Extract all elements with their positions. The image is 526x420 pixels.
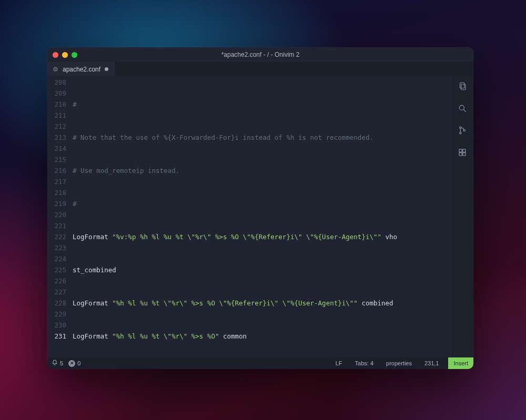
code-line: LogFormat: [73, 231, 112, 242]
code-line: # Note that the use of %{X-Forwarded-For…: [73, 132, 373, 143]
code-line: st_combined: [73, 264, 116, 275]
code-line: LogFormat: [73, 331, 112, 342]
notifications-button[interactable]: 5: [52, 360, 63, 367]
status-eol[interactable]: LF: [332, 360, 346, 366]
tab-apache2[interactable]: ⚙ apache2.conf: [47, 62, 115, 76]
notifications-count: 5: [60, 360, 63, 366]
svg-rect-7: [459, 149, 462, 152]
svg-line-3: [463, 109, 466, 112]
svg-rect-9: [459, 153, 462, 156]
zoom-dot[interactable]: [72, 52, 77, 58]
git-icon[interactable]: [457, 125, 468, 136]
status-mode[interactable]: Insert: [448, 357, 473, 369]
code-area[interactable]: # # Note that the use of %{X-Forwarded-F…: [70, 76, 451, 357]
editor[interactable]: 2082092102112122132142152162172182192202…: [47, 76, 451, 357]
traffic-lights: [53, 52, 77, 58]
svg-point-2: [459, 105, 464, 110]
line-gutter: 2082092102112122132142152162172182192202…: [47, 76, 70, 357]
bell-icon: [52, 360, 58, 367]
svg-rect-1: [461, 84, 466, 90]
svg-point-5: [460, 132, 461, 134]
code-line: LogFormat: [73, 298, 112, 309]
activity-bar: [451, 76, 473, 357]
minimize-dot[interactable]: [62, 52, 68, 58]
editor-window: *apache2.conf - / - Onivim 2 ⚙ apache2.c…: [47, 47, 473, 369]
window-title: *apache2.conf - / - Onivim 2: [47, 51, 473, 58]
status-language[interactable]: properties: [383, 360, 415, 366]
gear-icon: ⚙: [53, 66, 58, 73]
svg-rect-10: [463, 153, 466, 156]
code-line: #: [73, 99, 77, 110]
status-cursor-pos[interactable]: 231,1: [421, 360, 442, 366]
status-tabs[interactable]: Tabs: 4: [352, 360, 377, 366]
error-x-icon: ✕: [68, 360, 75, 367]
main-area: 2082092102112122132142152162172182192202…: [47, 76, 473, 357]
close-dot[interactable]: [53, 52, 58, 58]
code-line: # Use mod_remoteip instead.: [73, 165, 179, 176]
errors-count: 0: [77, 360, 80, 366]
svg-point-4: [460, 127, 461, 128]
titlebar: *apache2.conf - / - Onivim 2: [47, 47, 473, 62]
files-icon[interactable]: [457, 81, 468, 91]
status-bar: 5 ✕ 0 LF Tabs: 4 properties 231,1 Insert: [47, 357, 473, 369]
search-icon[interactable]: [457, 103, 468, 114]
svg-rect-8: [463, 149, 466, 152]
modified-dot-icon: [105, 67, 108, 71]
errors-button[interactable]: ✕ 0: [68, 360, 80, 367]
svg-rect-0: [460, 83, 464, 88]
tab-label: apache2.conf: [63, 66, 100, 73]
grid-icon[interactable]: [457, 147, 468, 158]
tab-bar: ⚙ apache2.conf: [47, 62, 473, 76]
code-line: #: [73, 198, 77, 209]
